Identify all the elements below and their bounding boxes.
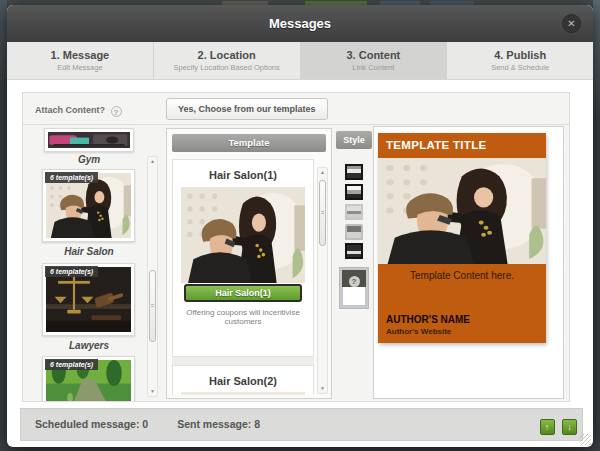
category-label-gym[interactable]: Gym: [37, 154, 141, 165]
template-count-badge: 6 template(s): [45, 172, 98, 183]
preview-author-website: Author's Website: [386, 327, 470, 336]
scroll-up-icon[interactable]: ▲: [148, 157, 157, 166]
scroll-down-button[interactable]: ↓: [562, 419, 577, 435]
style-option-3-icon[interactable]: [345, 204, 363, 220]
template-image: [181, 392, 305, 395]
tab-subtitle: Edit Message: [7, 63, 153, 72]
category-thumb-lawyers[interactable]: 6 template(s): [42, 263, 135, 336]
category-sidebar: Gym 6 template(s) Hair Salon 6 template(…: [23, 126, 163, 401]
status-bar: Scheduled message: 0 Sent message: 8 ↑ ↓: [20, 408, 583, 441]
style-option-2-icon[interactable]: [345, 184, 363, 200]
category-label-lawyers[interactable]: Lawyers: [37, 340, 141, 351]
help-icon: ?: [349, 276, 360, 287]
dialog-titlebar: Messages ✕: [7, 5, 593, 42]
tab-message[interactable]: 1. Message Edit Message: [7, 42, 154, 79]
preview-author-block: AUTHOR'S NAME Author's Website: [386, 314, 470, 336]
template-select-button[interactable]: Hair Salon(1): [184, 284, 302, 302]
tab-publish[interactable]: 4. Publish Send & Schedule: [447, 42, 593, 79]
style-panel: Style ?: [336, 128, 372, 399]
template-list-panel: Template Hair Salon(1) Hair Salon(1) Off…: [166, 128, 332, 399]
tab-subtitle: Send & Schedule: [447, 63, 593, 72]
screen: Messages ✕ 1. Message Edit Message 2. Lo…: [0, 0, 600, 451]
tab-title: 1. Message: [7, 49, 153, 61]
footer-buttons: ↑ ↓: [537, 416, 577, 435]
dimmed-background-edge: [0, 0, 7, 90]
attach-content-panel: Attach Content? ? Yes, Choose from our t…: [22, 92, 570, 402]
template-count-badge: 6 template(s): [45, 359, 98, 370]
tab-subtitle: Link Content: [301, 63, 447, 72]
preview-panel: TEMPLATE TITLE Template Content here. AU…: [373, 126, 564, 399]
style-header: Style: [336, 131, 372, 149]
template-list: Hair Salon(1) Hair Salon(1) Offering cou…: [172, 159, 314, 395]
attach-content-row: Attach Content? ? Yes, Choose from our t…: [23, 93, 569, 125]
attach-content-text: Attach Content?: [35, 105, 105, 115]
template-card-hair-salon-2[interactable]: Hair Salon(2): [172, 365, 314, 395]
style-thumb-top: ?: [342, 270, 366, 287]
preview-content: Template Content here.: [378, 264, 546, 281]
template-caption: Offering coupons will incentivise custom…: [177, 308, 309, 326]
sent-message-count: Sent message: 8: [177, 418, 260, 430]
help-icon[interactable]: ?: [111, 106, 122, 117]
scrollbar-thumb[interactable]: [149, 270, 156, 342]
tab-title: 3. Content: [301, 49, 447, 61]
message-counters: Scheduled message: 0 Sent message: 8: [35, 409, 286, 440]
category-thumb-hair-salon[interactable]: 6 template(s): [42, 169, 135, 242]
template-title: Hair Salon(2): [173, 375, 313, 387]
wizard-steps: 1. Message Edit Message 2. Location Spec…: [7, 42, 593, 80]
template-preview-card: TEMPLATE TITLE Template Content here. AU…: [378, 133, 546, 343]
style-option-1-icon[interactable]: [345, 164, 363, 180]
scroll-up-icon[interactable]: ▲: [318, 168, 327, 177]
style-thumb-bottom: [342, 287, 366, 306]
category-thumb-gym[interactable]: [44, 128, 134, 152]
resize-grip-icon[interactable]: [580, 434, 591, 445]
template-image: [181, 187, 305, 283]
thumb-grip: [151, 304, 154, 308]
attach-content-label: Attach Content? ?: [35, 105, 122, 117]
tab-title: 2. Location: [154, 49, 300, 61]
style-selected-thumb[interactable]: ?: [339, 267, 369, 309]
messages-dialog: Messages ✕ 1. Message Edit Message 2. Lo…: [7, 5, 593, 447]
template-card-hair-salon-1[interactable]: Hair Salon(1) Hair Salon(1) Offering cou…: [172, 159, 314, 357]
sidebar-scrollbar[interactable]: ▲ ▼: [147, 156, 158, 397]
scroll-down-icon[interactable]: ▼: [318, 384, 327, 393]
dialog-content: Attach Content? ? Yes, Choose from our t…: [7, 80, 593, 408]
category-label-hair-salon[interactable]: Hair Salon: [37, 246, 141, 257]
template-list-header: Template: [172, 134, 326, 152]
dialog-title: Messages: [7, 5, 593, 42]
scheduled-message-count: Scheduled message: 0: [35, 418, 148, 430]
scrollbar-thumb[interactable]: [319, 180, 326, 246]
scroll-down-icon[interactable]: ▼: [148, 387, 157, 396]
choose-template-button[interactable]: Yes, Choose from our templates: [166, 98, 328, 120]
preview-title: TEMPLATE TITLE: [378, 133, 546, 158]
template-title: Hair Salon(1): [173, 169, 313, 181]
thumb-grip: [321, 211, 324, 215]
template-count-badge: 6 template(s): [45, 266, 98, 277]
template-browser: Gym 6 template(s) Hair Salon 6 template(…: [23, 126, 569, 401]
dimmed-background-edge: [593, 0, 600, 120]
preview-body: Template Content here. AUTHOR'S NAME Aut…: [378, 264, 546, 343]
style-option-4-icon[interactable]: [345, 224, 363, 240]
scroll-up-button[interactable]: ↑: [540, 419, 555, 435]
preview-author-name: AUTHOR'S NAME: [386, 314, 470, 325]
style-option-5-icon[interactable]: [345, 243, 363, 259]
tab-location[interactable]: 2. Location Specify Location Based Optio…: [154, 42, 301, 79]
close-icon[interactable]: ✕: [562, 14, 581, 33]
category-thumb-park[interactable]: 6 template(s): [42, 356, 135, 401]
preview-image: [378, 158, 546, 264]
tab-title: 4. Publish: [447, 49, 593, 61]
template-list-scrollbar[interactable]: ▲ ▼: [317, 167, 328, 394]
tab-content[interactable]: 3. Content Link Content: [301, 42, 448, 79]
tab-subtitle: Specify Location Based Options: [154, 63, 300, 72]
